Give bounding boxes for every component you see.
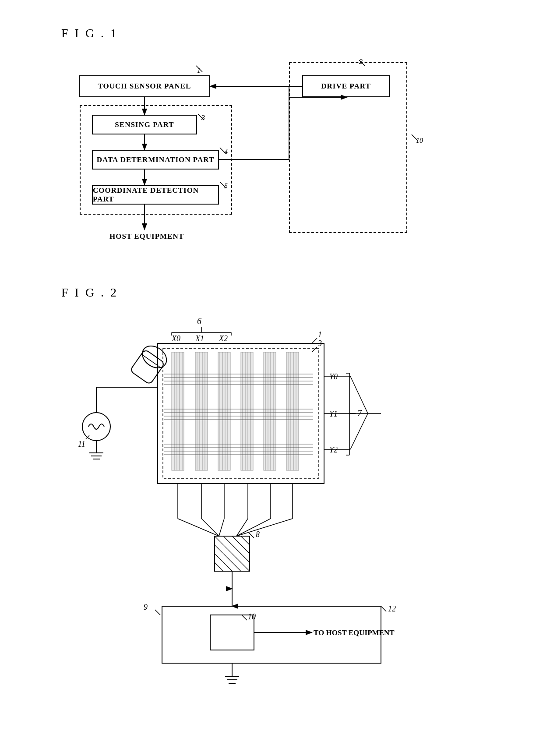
svg-line-106 <box>155 610 160 615</box>
svg-line-94 <box>215 562 223 571</box>
svg-text:9: 9 <box>144 603 148 611</box>
svg-text:10: 10 <box>248 612 256 621</box>
host-equipment-label: HOST EQUIPMENT <box>109 232 184 241</box>
svg-line-92 <box>215 554 232 571</box>
svg-line-82 <box>178 519 219 536</box>
data-determination-box: DATA DETERMINATION PART <box>92 150 219 170</box>
svg-line-131 <box>312 338 317 343</box>
svg-line-90 <box>215 545 241 571</box>
svg-text:1: 1 <box>318 330 322 339</box>
svg-text:7: 7 <box>357 408 362 418</box>
svg-point-61 <box>82 413 110 441</box>
ref-1: 1 <box>197 67 201 74</box>
fig1-diagram: TOUCH SENSOR PANEL DRIVE PART SENSING PA… <box>61 58 420 251</box>
fig2-svg: 11 <box>53 308 512 685</box>
svg-line-93 <box>232 536 250 554</box>
fig2-diagram: 11 <box>53 308 512 685</box>
svg-line-108 <box>381 606 386 611</box>
svg-line-81 <box>350 413 368 449</box>
svg-text:X1: X1 <box>195 334 204 343</box>
ref-3: 3 <box>201 114 205 122</box>
svg-text:Y1: Y1 <box>329 410 338 418</box>
svg-line-133 <box>312 347 317 352</box>
svg-line-102 <box>242 615 247 620</box>
svg-text:6: 6 <box>197 316 201 326</box>
svg-text:11: 11 <box>78 440 85 449</box>
svg-text:Y0: Y0 <box>329 372 338 381</box>
fig1-title: F I G . 1 <box>61 26 508 40</box>
svg-line-84 <box>219 519 224 536</box>
ref-10: 10 <box>416 137 423 145</box>
svg-rect-101 <box>210 615 254 650</box>
fig2-title: F I G . 2 <box>61 286 508 300</box>
svg-text:8: 8 <box>256 530 260 539</box>
svg-text:12: 12 <box>388 604 396 613</box>
touch-sensor-panel-box: TOUCH SENSOR PANEL <box>79 75 210 97</box>
svg-text:X2: X2 <box>219 334 228 343</box>
ref-4: 4 <box>224 148 228 156</box>
svg-line-87 <box>236 519 293 536</box>
svg-text:X0: X0 <box>171 334 180 343</box>
svg-text:3: 3 <box>317 339 322 348</box>
svg-point-58 <box>138 342 170 372</box>
ref-5: 5 <box>224 182 228 190</box>
svg-line-83 <box>201 519 219 536</box>
coord-detection-box: COORDINATE DETECTION PART <box>92 185 219 205</box>
svg-line-95 <box>241 536 250 545</box>
svg-line-89 <box>215 536 250 571</box>
svg-text:TO HOST EQUIPMENT: TO HOST EQUIPMENT <box>314 629 395 637</box>
ref-2: 2 <box>359 58 363 66</box>
svg-line-91 <box>223 536 250 562</box>
outer-dashed-rect <box>289 62 407 233</box>
svg-text:Y2: Y2 <box>329 445 338 454</box>
sensing-part-box: SENSING PART <box>92 115 197 134</box>
